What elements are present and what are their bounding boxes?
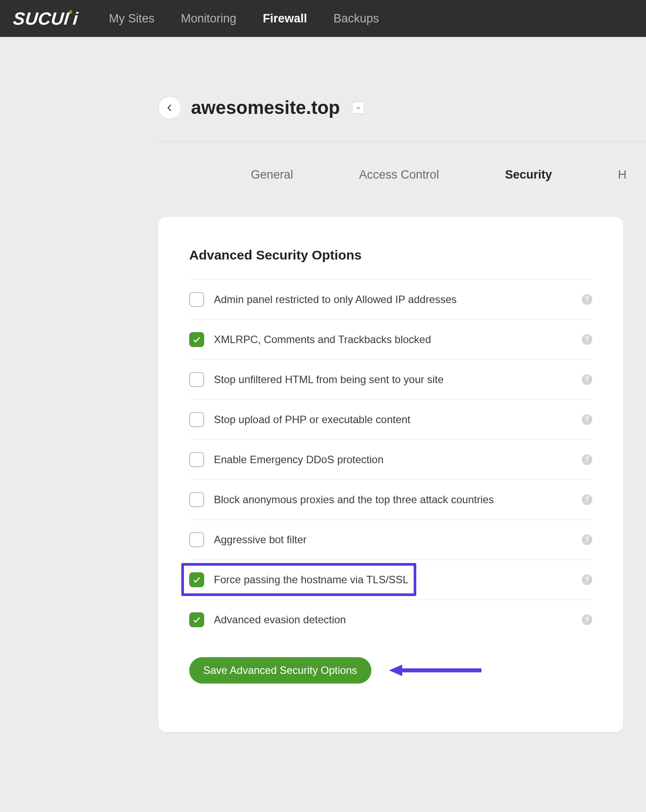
option-row: Stop upload of PHP or executable content… <box>189 399 592 439</box>
option-row: Aggressive bot filter? <box>189 519 592 560</box>
tab-next-partial[interactable]: H <box>618 168 627 182</box>
option-label: Advanced evasion detection <box>214 614 582 626</box>
option-row: Admin panel restricted to only Allowed I… <box>189 279 592 319</box>
save-button[interactable]: Save Advanced Security Options <box>189 657 371 684</box>
help-icon[interactable]: ? <box>582 454 592 465</box>
option-checkbox[interactable] <box>189 492 204 507</box>
tab-general[interactable]: General <box>251 168 293 182</box>
option-label: Block anonymous proxies and the top thre… <box>214 494 582 506</box>
divider <box>158 141 646 142</box>
option-checkbox[interactable] <box>189 612 204 627</box>
help-icon[interactable]: ? <box>582 574 592 585</box>
option-row: Stop unfiltered HTML from being sent to … <box>189 359 592 399</box>
nav-firewall[interactable]: Firewall <box>263 12 307 26</box>
help-icon[interactable]: ? <box>582 374 592 385</box>
option-row: Block anonymous proxies and the top thre… <box>189 479 592 519</box>
option-label: Admin panel restricted to only Allowed I… <box>214 293 582 306</box>
back-button[interactable] <box>158 96 181 119</box>
nav-my-sites[interactable]: My Sites <box>109 12 155 26</box>
site-dropdown-button[interactable] <box>352 102 364 114</box>
help-icon[interactable]: ? <box>582 334 592 345</box>
option-label: Enable Emergency DDoS protection <box>214 454 582 466</box>
option-row: XMLRPC, Comments and Trackbacks blocked? <box>189 319 592 359</box>
tab-security[interactable]: Security <box>505 168 552 182</box>
option-row: Enable Emergency DDoS protection? <box>189 439 592 479</box>
help-icon[interactable]: ? <box>582 414 592 425</box>
option-checkbox[interactable] <box>189 332 204 347</box>
arrow-left-icon <box>165 103 174 112</box>
nav-backups[interactable]: Backups <box>334 12 379 26</box>
option-label: Force passing the hostname via TLS/SSL <box>214 574 582 586</box>
option-checkbox[interactable] <box>189 572 204 587</box>
help-icon[interactable]: ? <box>582 614 592 625</box>
site-header: awesomesite.top <box>158 96 646 119</box>
top-nav: SUCUſ■i My Sites Monitoring Firewall Bac… <box>0 0 646 37</box>
check-icon <box>192 575 201 584</box>
help-icon[interactable]: ? <box>582 294 592 305</box>
option-checkbox[interactable] <box>189 532 204 547</box>
option-checkbox[interactable] <box>189 412 204 427</box>
card-title: Advanced Security Options <box>189 248 592 263</box>
help-icon[interactable]: ? <box>582 494 592 505</box>
option-label: Aggressive bot filter <box>214 534 582 546</box>
tabs-row: General Access Control Security H <box>158 168 646 182</box>
option-label: Stop unfiltered HTML from being sent to … <box>214 373 582 386</box>
option-label: Stop upload of PHP or executable content <box>214 413 582 426</box>
chevron-down-icon <box>356 105 361 110</box>
option-checkbox[interactable] <box>189 292 204 307</box>
site-name: awesomesite.top <box>191 97 340 118</box>
page-content: awesomesite.top General Access Control S… <box>0 37 646 732</box>
check-icon <box>192 615 201 624</box>
security-options-card: Advanced Security Options Admin panel re… <box>158 217 623 732</box>
tab-access-control[interactable]: Access Control <box>359 168 439 182</box>
help-icon[interactable]: ? <box>582 534 592 545</box>
option-checkbox[interactable] <box>189 372 204 387</box>
option-row: Advanced evasion detection? <box>189 600 592 640</box>
option-label: XMLRPC, Comments and Trackbacks blocked <box>214 333 582 346</box>
brand-logo: SUCUſ■i <box>12 9 79 29</box>
option-row: Force passing the hostname via TLS/SSL? <box>189 560 592 600</box>
option-checkbox[interactable] <box>189 452 204 467</box>
check-icon <box>192 335 201 344</box>
nav-monitoring[interactable]: Monitoring <box>181 12 236 26</box>
